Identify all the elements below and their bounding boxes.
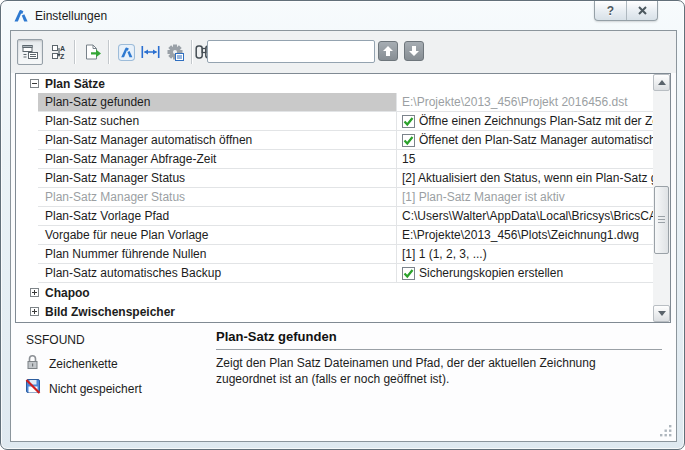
setting-description-title: Plan-Satz gefunden (216, 329, 337, 344)
variable-type-label: Zeichenkette (49, 357, 118, 371)
vertical-scrollbar[interactable] (653, 74, 670, 322)
setting-value: E:\Projekte\2013_456\Plots\Zeichnung1.dw… (396, 226, 653, 245)
setting-name: Plan-Satz gefunden (38, 93, 396, 112)
search-input[interactable] (207, 40, 375, 63)
setting-value: 15 (396, 150, 653, 169)
help-icon: ? (607, 4, 614, 18)
toolbar: A Z (11, 31, 676, 73)
svg-text:A: A (60, 45, 65, 52)
options-button[interactable] (162, 39, 188, 65)
close-icon (638, 6, 647, 15)
setting-name: Plan-Satz automatisches Backup (38, 264, 396, 283)
expand-icon[interactable] (30, 288, 39, 297)
setting-value: [1] 1 (1, 2, 3, ...) (396, 245, 653, 264)
table-row[interactable]: Plan-Satz Manager Status [1] Plan-Satz M… (16, 188, 653, 207)
setting-value: Sicherungskopien erstellen (419, 266, 563, 280)
titlebar[interactable]: Einstellungen ? (1, 1, 684, 30)
settings-table: Plan Sätze Plan-Satz gefunden E:\Projekt… (15, 73, 671, 323)
settings-dialog: Einstellungen ? A (0, 0, 685, 450)
scroll-down-icon (658, 311, 666, 316)
setting-value: Öffne einen Zeichnungs Plan-Satz mit der… (419, 114, 653, 128)
scroll-up-button[interactable] (653, 74, 670, 91)
setting-name: Plan-Satz Vorlage Pfad (38, 207, 396, 226)
category-chapoo[interactable]: Chapoo (16, 283, 653, 302)
table-row[interactable]: Plan-Satz suchen Öffne einen Zeichnungs … (16, 112, 653, 131)
setting-value: [2] Aktualisiert den Status, wenn ein Pl… (396, 169, 653, 188)
collapse-icon[interactable] (30, 79, 39, 88)
variable-name: SSFOUND (26, 333, 85, 347)
checkbox-checked-icon[interactable] (402, 267, 415, 280)
setting-name: Plan-Satz suchen (38, 112, 396, 131)
close-button[interactable] (626, 1, 657, 20)
window-title: Einstellungen (35, 9, 107, 23)
search-prev-icon (382, 45, 394, 57)
expand-icon[interactable] (30, 307, 39, 316)
search-next-icon (408, 45, 420, 57)
sort-alphabetic-button[interactable]: A Z (46, 39, 72, 65)
client-area: A Z (10, 30, 677, 442)
svg-text:Z: Z (60, 53, 65, 60)
bricscad-icon (118, 44, 135, 61)
not-saved-icon (25, 378, 41, 394)
fit-width-button[interactable] (137, 39, 163, 65)
help-button[interactable]: ? (595, 1, 626, 20)
settings-rows: Plan Sätze Plan-Satz gefunden E:\Projekt… (16, 74, 653, 322)
setting-name: Plan Nummer führende Nullen (38, 245, 396, 264)
checkbox-checked-icon[interactable] (402, 134, 415, 147)
category-label: Chapoo (45, 286, 90, 300)
table-row[interactable]: Plan-Satz gefunden E:\Projekte\2013_456\… (16, 93, 653, 112)
checkbox-checked-icon[interactable] (402, 115, 415, 128)
table-row[interactable]: Plan Nummer führende Nullen [1] 1 (1, 2,… (16, 245, 653, 264)
table-row[interactable]: Plan-Satz automatisches Backup Sicherung… (16, 264, 653, 283)
gear-options-icon (166, 44, 184, 61)
setting-name: Plan-Satz Manager automatisch öffnen (38, 131, 396, 150)
toolbar-separator (108, 40, 109, 64)
sort-alphabetic-icon: A Z (51, 44, 67, 60)
scrollbar-thumb[interactable] (654, 186, 669, 254)
setting-value: E:\Projekte\2013_456\Projekt 2016456.dst (396, 93, 653, 112)
bricscad-logo-icon (13, 8, 29, 24)
table-row[interactable]: Plan-Satz Manager Status [2] Aktualisier… (16, 169, 653, 188)
scroll-down-button[interactable] (653, 305, 670, 322)
search-previous-button[interactable] (378, 41, 398, 61)
title-divider (216, 349, 662, 350)
setting-name: Plan-Satz Manager Status (38, 169, 396, 188)
search-next-button[interactable] (404, 41, 424, 61)
bricscad-defaults-button[interactable] (113, 39, 139, 65)
setting-description: Zeigt den Plan Satz Dateinamen und Pfad,… (216, 355, 658, 387)
fit-width-icon (141, 46, 160, 58)
resize-grip[interactable] (660, 425, 673, 438)
setting-value: C:\Users\Walter\AppData\Local\Bricsys\Br… (396, 207, 653, 226)
table-row[interactable]: Vorgabe für neue Plan Vorlage E:\Projekt… (16, 226, 653, 245)
category-label: Bild Zwischenspeicher (45, 305, 175, 319)
categorized-view-icon (22, 44, 39, 60)
setting-name: Plan-Satz Manager Abfrage-Zeit (38, 150, 396, 169)
category-plan-saetze[interactable]: Plan Sätze (16, 74, 653, 93)
caption-buttons: ? (594, 1, 658, 21)
categorized-view-button[interactable] (17, 39, 43, 65)
category-bild-zwischenspeicher[interactable]: Bild Zwischenspeicher (16, 302, 653, 321)
table-row[interactable]: Plan-Satz Vorlage Pfad C:\Users\Walter\A… (16, 207, 653, 226)
setting-value: Öffenet den Plan-Satz Manager automatisc… (419, 133, 653, 147)
lock-icon (26, 354, 39, 370)
export-icon (84, 44, 102, 60)
toolbar-separator (191, 40, 192, 64)
setting-name: Plan-Satz Manager Status (38, 188, 396, 207)
scroll-up-icon (658, 80, 666, 85)
table-row[interactable]: Plan-Satz Manager automatisch öffnen Öff… (16, 131, 653, 150)
setting-value: [1] Plan-Satz Manager ist aktiv (396, 188, 653, 207)
saved-status-label: Nicht gespeichert (49, 382, 142, 396)
setting-name: Vorgabe für neue Plan Vorlage (38, 226, 396, 245)
table-row[interactable]: Plan-Satz Manager Abfrage-Zeit 15 (16, 150, 653, 169)
info-panel: SSFOUND Zeichenkette Nicht gespeichert P… (11, 323, 676, 441)
category-label: Plan Sätze (45, 77, 105, 91)
export-button[interactable] (80, 39, 106, 65)
toolbar-separator (74, 40, 75, 64)
